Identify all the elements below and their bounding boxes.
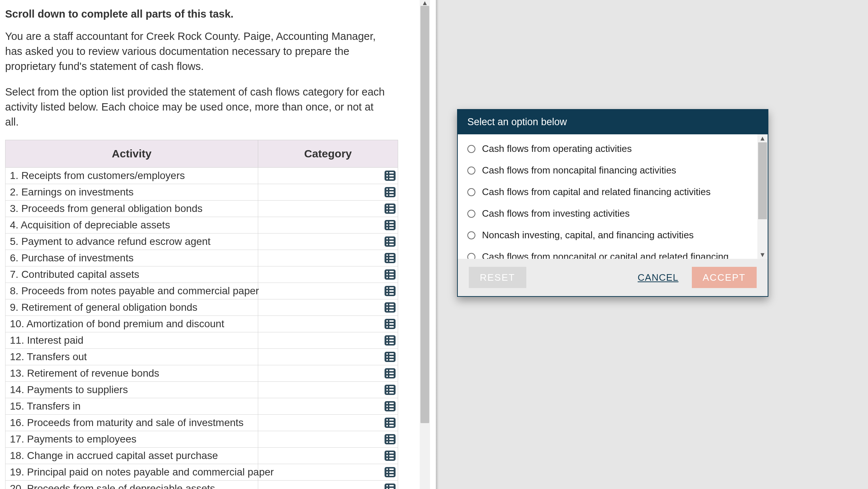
- list-icon[interactable]: [385, 236, 396, 247]
- category-cell[interactable]: [258, 365, 398, 382]
- task-content-pane: Scroll down to complete all parts of thi…: [0, 0, 407, 489]
- list-icon[interactable]: [385, 220, 396, 230]
- category-cell[interactable]: [258, 448, 398, 464]
- table-row: 12. Transfers out: [5, 349, 398, 365]
- table-row: 5. Payment to advance refund escrow agen…: [5, 234, 398, 250]
- modal-scrollbar-thumb[interactable]: [758, 142, 767, 219]
- list-icon[interactable]: [385, 302, 396, 313]
- radio-icon[interactable]: [467, 145, 475, 153]
- category-cell[interactable]: [258, 481, 398, 489]
- cancel-button[interactable]: CANCEL: [635, 267, 681, 288]
- list-icon[interactable]: [385, 171, 396, 181]
- category-cell[interactable]: [258, 349, 398, 365]
- modal-option[interactable]: Cash flows from operating activities: [465, 138, 754, 160]
- activity-cell: 2. Earnings on investments: [5, 184, 258, 201]
- table-row: 11. Interest paid: [5, 332, 398, 349]
- activity-cell: 9. Retirement of general obligation bond…: [5, 299, 258, 316]
- category-cell[interactable]: [258, 415, 398, 431]
- category-cell[interactable]: [258, 266, 398, 283]
- table-row: 1. Receipts from customers/employers: [5, 168, 398, 184]
- table-row: 13. Retirement of revenue bonds: [5, 365, 398, 382]
- radio-icon[interactable]: [467, 167, 475, 175]
- radio-icon[interactable]: [467, 231, 475, 239]
- category-cell[interactable]: [258, 250, 398, 266]
- category-cell[interactable]: [258, 234, 398, 250]
- list-icon[interactable]: [385, 368, 396, 378]
- list-icon[interactable]: [385, 434, 396, 444]
- table-row: 19. Principal paid on notes payable and …: [5, 464, 398, 481]
- list-icon[interactable]: [385, 187, 396, 197]
- right-pane: Select an option below Cash flows from o…: [436, 0, 868, 489]
- list-icon[interactable]: [385, 484, 396, 489]
- category-cell[interactable]: [258, 431, 398, 448]
- activity-cell: 11. Interest paid: [5, 332, 258, 349]
- category-cell[interactable]: [258, 332, 398, 349]
- activity-cell: 8. Proceeds from notes payable and comme…: [5, 283, 258, 299]
- category-cell[interactable]: [258, 464, 398, 481]
- category-cell[interactable]: [258, 299, 398, 316]
- modal-option[interactable]: Cash flows from investing activities: [465, 203, 754, 224]
- list-icon[interactable]: [385, 319, 396, 329]
- accept-button[interactable]: ACCEPT: [692, 267, 757, 288]
- modal-option[interactable]: Cash flows from noncapital or capital an…: [465, 246, 754, 259]
- list-icon[interactable]: [385, 352, 396, 362]
- modal-scrollbar-track[interactable]: ▲ ▼: [757, 134, 768, 259]
- radio-icon[interactable]: [467, 210, 475, 218]
- activity-cell: 14. Payments to suppliers: [5, 382, 258, 398]
- activity-table: Activity Category 1. Receipts from custo…: [5, 140, 398, 489]
- category-cell[interactable]: [258, 184, 398, 201]
- scroll-instruction: Scroll down to complete all parts of thi…: [5, 8, 401, 20]
- reset-button[interactable]: RESET: [469, 267, 526, 288]
- chevron-up-icon[interactable]: ▲: [757, 134, 768, 142]
- option-modal: Select an option below Cash flows from o…: [457, 109, 768, 297]
- table-row: 17. Payments to employees: [5, 431, 398, 448]
- chevron-down-icon[interactable]: ▼: [757, 251, 768, 259]
- activity-cell: 1. Receipts from customers/employers: [5, 168, 258, 184]
- list-icon[interactable]: [385, 335, 396, 346]
- list-icon[interactable]: [385, 418, 396, 428]
- category-cell[interactable]: [258, 382, 398, 398]
- left-scrollbar-thumb[interactable]: [420, 6, 429, 423]
- modal-option-list: Cash flows from operating activitiesCash…: [458, 134, 768, 259]
- modal-option[interactable]: Cash flows from capital and related fina…: [465, 181, 754, 203]
- modal-footer: RESET CANCEL ACCEPT: [458, 259, 768, 296]
- list-icon[interactable]: [385, 286, 396, 296]
- table-row: 3. Proceeds from general obligation bond…: [5, 201, 398, 217]
- category-cell[interactable]: [258, 217, 398, 234]
- modal-option-label: Cash flows from capital and related fina…: [482, 186, 711, 198]
- table-header-category: Category: [258, 140, 398, 168]
- modal-option[interactable]: Noncash investing, capital, and financin…: [465, 224, 754, 246]
- table-row: 6. Purchase of investments: [5, 250, 398, 266]
- activity-cell: 10. Amortization of bond premium and dis…: [5, 316, 258, 332]
- list-icon[interactable]: [385, 204, 396, 214]
- table-row: 7. Contributed capital assets: [5, 266, 398, 283]
- table-row: 14. Payments to suppliers: [5, 382, 398, 398]
- table-row: 10. Amortization of bond premium and dis…: [5, 316, 398, 332]
- table-row: 8. Proceeds from notes payable and comme…: [5, 283, 398, 299]
- list-icon[interactable]: [385, 385, 396, 395]
- category-cell[interactable]: [258, 283, 398, 299]
- list-icon[interactable]: [385, 269, 396, 280]
- radio-icon[interactable]: [467, 253, 475, 259]
- activity-cell: 7. Contributed capital assets: [5, 266, 258, 283]
- list-icon[interactable]: [385, 467, 396, 477]
- category-cell[interactable]: [258, 201, 398, 217]
- category-cell[interactable]: [258, 398, 398, 415]
- activity-cell: 19. Principal paid on notes payable and …: [5, 464, 258, 481]
- category-cell[interactable]: [258, 168, 398, 184]
- modal-option[interactable]: Cash flows from noncapital financing act…: [465, 160, 754, 181]
- radio-icon[interactable]: [467, 188, 475, 196]
- activity-cell: 13. Retirement of revenue bonds: [5, 365, 258, 382]
- category-cell[interactable]: [258, 316, 398, 332]
- intro-paragraph-1: You are a staff accountant for Creek Roc…: [5, 29, 390, 74]
- left-scrollbar-track[interactable]: ▲: [420, 0, 430, 489]
- table-row: 4. Acquisition of depreciable assets: [5, 217, 398, 234]
- list-icon[interactable]: [385, 401, 396, 411]
- modal-option-label: Cash flows from noncapital or capital an…: [482, 251, 729, 259]
- table-row: 16. Proceeds from maturity and sale of i…: [5, 415, 398, 431]
- activity-cell: 4. Acquisition of depreciable assets: [5, 217, 258, 234]
- activity-cell: 6. Purchase of investments: [5, 250, 258, 266]
- list-icon[interactable]: [385, 253, 396, 263]
- list-icon[interactable]: [385, 451, 396, 461]
- chevron-up-icon[interactable]: ▲: [420, 0, 430, 6]
